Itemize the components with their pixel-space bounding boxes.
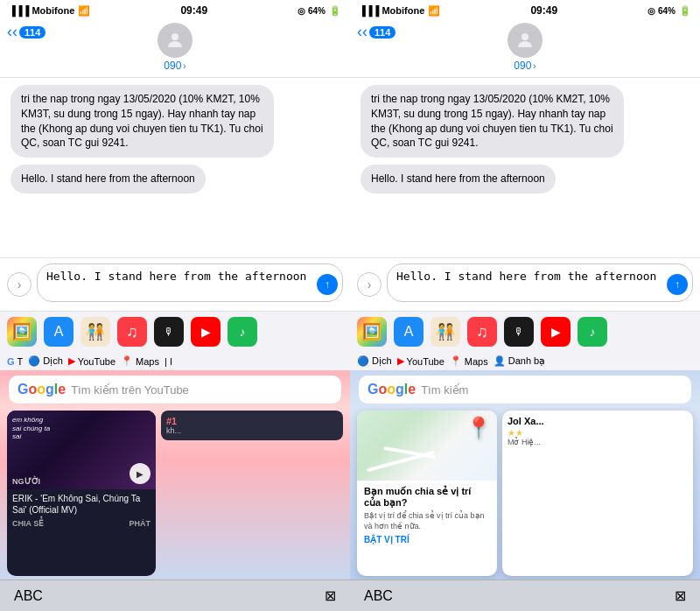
quick-link-maps-label-right: Maps: [465, 356, 488, 367]
search-box-right[interactable]: Google Tìm kiếm: [359, 376, 691, 404]
quick-link-youtube-left[interactable]: ▶ YouTube: [68, 355, 116, 367]
text-input-left[interactable]: Hello. I stand here from the afternoon: [37, 263, 343, 302]
battery-icon-left: 🔋: [329, 5, 341, 17]
info-label-left: | I: [164, 356, 172, 367]
keyboard-close-left[interactable]: ⊠: [325, 587, 336, 604]
google-logo-left: Google: [18, 382, 66, 397]
maps-title-right: Bạn muốn chia sẻ vị trí của bạn?: [364, 486, 490, 509]
memoji-icon-left[interactable]: 🧑‍🤝‍🧑: [80, 317, 110, 347]
chat-header-right: ‹‹ 114 090 ›: [350, 19, 700, 78]
youtube-icon-right[interactable]: ▶: [541, 317, 570, 347]
play-button-left[interactable]: ▶: [130, 463, 150, 484]
content-area-left: NGƯỜI em khôngsai chúng tasai ▶ ERIK - '…: [0, 407, 350, 579]
video-info-left: ERIK - 'Em Không Sai, Chúng Ta Sai' (Off…: [7, 489, 156, 531]
quick-link-youtube-right[interactable]: ▶ YouTube: [397, 355, 444, 367]
quick-link-maps-left[interactable]: 📍 Maps: [121, 355, 159, 367]
keyboard-label-right: ABC: [364, 588, 393, 604]
partial-card-right[interactable]: Jol Xa... ★★ Mở Hiệ...: [502, 411, 693, 576]
expand-button-right[interactable]: ›: [357, 272, 382, 297]
search-placeholder-left: Tìm kiếm trên YouTube: [71, 383, 189, 397]
quick-link-youtube-label-right: YouTube: [407, 356, 444, 367]
quick-link-translate-right[interactable]: 🔵 Dịch: [357, 355, 392, 367]
sent-row-right: Hello. I stand here from the afternoon: [360, 165, 690, 193]
text-input-right[interactable]: Hello. I stand here from the afternoon: [387, 263, 693, 302]
memoji-icon-right[interactable]: 🧑‍🤝‍🧑: [430, 317, 460, 347]
quick-link-maps-label-left: Maps: [136, 356, 159, 367]
share-button-left[interactable]: CHIA SẺ: [12, 519, 44, 528]
chevron-icon-left: ‹‹: [7, 23, 18, 41]
message-bubble-right-1: Hello. I stand here from the afternoon: [360, 165, 556, 193]
svg-point-1: [522, 33, 528, 40]
back-badge-left: 114: [19, 26, 46, 39]
messages-area-left: tri the nap trong ngay 13/05/2020 (10% K…: [0, 78, 350, 257]
avatar-right: [508, 23, 542, 58]
video-card-left[interactable]: NGƯỜI em khôngsai chúng tasai ▶ ERIK - '…: [7, 411, 156, 576]
search-placeholder-right: Tìm kiếm: [421, 383, 468, 397]
right-cards-left: #1 kh...: [161, 411, 343, 576]
send-button-right[interactable]: ↑: [667, 274, 688, 295]
quick-link-translate-left[interactable]: 🔵 Dịch: [28, 355, 63, 367]
quick-links-right: 🔵 Dịch ▶ YouTube 📍 Maps 👤 Danh bạ: [350, 352, 700, 370]
quick-links-left: G T 🔵 Dịch ▶ YouTube 📍 Maps | I: [0, 352, 350, 370]
clubhouse-icon-left[interactable]: 🎙: [154, 317, 184, 347]
spotify-icon-right[interactable]: ♪: [578, 317, 607, 347]
trending-card-left[interactable]: #1 kh...: [161, 411, 343, 440]
video-actions-left: CHIA SẺ PHÁT: [12, 519, 150, 528]
send-button-left[interactable]: ↑: [317, 274, 338, 295]
battery-icon-right: 🔋: [679, 5, 691, 17]
contact-name-left[interactable]: 090 ›: [164, 60, 186, 72]
play-action-button-left[interactable]: PHÁT: [130, 519, 151, 528]
video-title-left: ERIK - 'Em Không Sai, Chúng Ta Sai' (Off…: [12, 493, 150, 516]
app-icons-row-right: 🖼️ A 🧑‍🤝‍🧑 ♫ 🎙 ▶ ♪: [350, 311, 700, 352]
map-preview-right: 📍: [357, 411, 497, 481]
music-icon-right[interactable]: ♫: [467, 317, 497, 347]
status-right-right: ◎ 64% 🔋: [648, 5, 691, 17]
appstore-icon-left[interactable]: A: [44, 317, 74, 347]
search-box-left[interactable]: Google Tìm kiếm trên YouTube: [9, 376, 341, 404]
time-left: 09:49: [180, 4, 207, 17]
photos-icon-left[interactable]: 🖼️: [7, 317, 37, 347]
status-left-right: ▐▐▐ Mobifone 📶: [359, 5, 440, 17]
back-button-right[interactable]: ‹‹ 114: [357, 23, 396, 41]
quick-link-info-left[interactable]: | I: [164, 356, 172, 367]
maps-card-right[interactable]: 📍 Bạn muốn chia sẻ vị trí của bạn? Bật v…: [357, 411, 497, 576]
message-bubble-0: tri the nap trong ngay 13/05/2020 (10% K…: [10, 85, 274, 158]
clubhouse-icon-right[interactable]: 🎙: [504, 317, 534, 347]
keyboard-bar-right: ABC ⊠: [350, 579, 700, 611]
youtube-icon-left[interactable]: ▶: [191, 317, 220, 347]
spotify-icon-left[interactable]: ♪: [228, 317, 257, 347]
back-badge-right: 114: [369, 26, 396, 39]
quick-link-google-label: T: [18, 356, 24, 367]
trending-badge: #1: [166, 416, 338, 426]
google-logo-right: Google: [368, 382, 416, 397]
quick-link-google-left[interactable]: G T: [7, 356, 23, 367]
partial-desc-right: Mở Hiệ...: [508, 438, 688, 448]
contact-name-right[interactable]: 090 ›: [514, 60, 536, 72]
quick-link-contacts-right[interactable]: 👤 Danh bạ: [494, 355, 545, 367]
status-bar-right: ▐▐▐ Mobifone 📶 09:49 ◎ 64% 🔋: [350, 0, 700, 19]
quick-link-contacts-label-right: Danh bạ: [508, 355, 545, 367]
expand-button-left[interactable]: ›: [7, 272, 32, 297]
message-bubble-right-0: tri the nap trong ngay 13/05/2020 (10% K…: [360, 85, 624, 158]
maps-action-button[interactable]: BẬT VỊ TRÍ: [364, 535, 490, 544]
status-bar-left: ▐▐▐ Mobifone 📶 09:49 ◎ 64% 🔋: [0, 0, 350, 19]
status-right-left: ◎ 64% 🔋: [298, 5, 341, 17]
trending-text: kh...: [166, 426, 338, 435]
input-bar-left: › Hello. I stand here from the afternoon…: [0, 257, 350, 311]
photos-icon-right[interactable]: 🖼️: [357, 317, 387, 347]
back-button-left[interactable]: ‹‹ 114: [7, 23, 46, 41]
chat-header-left: ‹‹ 114 090 ›: [0, 19, 350, 78]
sent-row-left: Hello. I stand here from the afternoon: [10, 165, 340, 193]
quick-link-maps-right[interactable]: 📍 Maps: [450, 355, 488, 367]
wifi-icon-left: 📶: [78, 5, 90, 17]
right-panel: ▐▐▐ Mobifone 📶 09:49 ◎ 64% 🔋 ‹‹ 114 090 …: [350, 0, 700, 611]
video-title-overlay: em khôngsai chúng tasai: [12, 416, 50, 441]
signal-icon-left: ◎ 64%: [298, 6, 326, 16]
signal-icon-right: ◎ 64%: [648, 6, 676, 16]
keyboard-close-right[interactable]: ⊠: [675, 587, 686, 604]
music-icon-left[interactable]: ♫: [117, 317, 147, 347]
content-area-right: 📍 Bạn muốn chia sẻ vị trí của bạn? Bật v…: [350, 407, 700, 579]
map-pin-icon: 📍: [466, 416, 492, 440]
video-thumbnail-left: NGƯỜI em khôngsai chúng tasai ▶: [7, 411, 156, 489]
appstore-icon-right[interactable]: A: [394, 317, 424, 347]
